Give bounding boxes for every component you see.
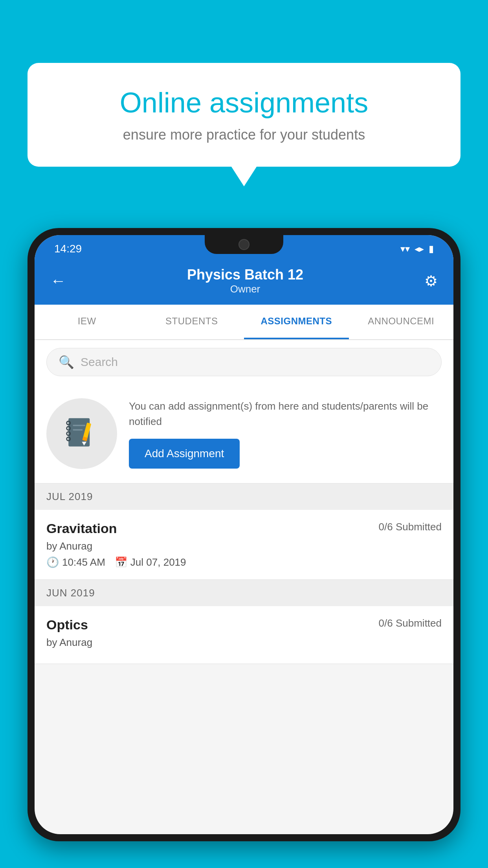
assignment-top: Gravitation 0/6 Submitted — [46, 521, 442, 536]
app-header: ← Physics Batch 12 Owner ⚙ — [35, 259, 453, 305]
section-header-jun2019: JUN 2019 — [35, 580, 453, 606]
phone-container: 14:29 ▾▾ ◂▸ ▮ ← Physics Batch 12 Owner ⚙… — [28, 228, 460, 868]
assignment-name: Gravitation — [46, 521, 117, 536]
tab-assignments[interactable]: ASSIGNMENTS — [244, 305, 349, 339]
assignment-meta: 🕐 10:45 AM 📅 Jul 07, 2019 — [46, 556, 442, 568]
svg-rect-5 — [73, 425, 86, 426]
tab-announcements[interactable]: ANNOUNCEMI — [349, 305, 454, 339]
assignment-submitted: 0/6 Submitted — [379, 521, 442, 533]
header-center: Physics Batch 12 Owner — [187, 267, 303, 295]
phone-outer: 14:29 ▾▾ ◂▸ ▮ ← Physics Batch 12 Owner ⚙… — [28, 228, 460, 841]
status-icons: ▾▾ ◂▸ ▮ — [400, 243, 434, 254]
assignment-by: by Anurag — [46, 540, 442, 552]
phone-screen: 14:29 ▾▾ ◂▸ ▮ ← Physics Batch 12 Owner ⚙… — [35, 235, 453, 834]
add-assignment-button[interactable]: Add Assignment — [129, 439, 240, 469]
time-value: 10:45 AM — [62, 556, 105, 568]
assignment-item-gravitation[interactable]: Gravitation 0/6 Submitted by Anurag 🕐 10… — [35, 510, 453, 580]
phone-notch — [205, 235, 283, 254]
svg-rect-6 — [73, 429, 83, 430]
date-value: Jul 07, 2019 — [130, 556, 186, 568]
promo-text: You can add assignment(s) from here and … — [129, 399, 442, 429]
battery-icon: ▮ — [429, 243, 434, 254]
search-placeholder: Search — [81, 355, 118, 369]
phone-camera — [238, 239, 250, 250]
wifi-icon: ▾▾ — [400, 243, 410, 254]
speech-bubble: Online assignments ensure more practice … — [28, 63, 460, 167]
promo-icon-circle — [46, 398, 117, 469]
settings-icon[interactable]: ⚙ — [424, 272, 438, 290]
search-icon: 🔍 — [59, 355, 74, 370]
status-time: 14:29 — [54, 243, 82, 255]
assignment-promo: You can add assignment(s) from here and … — [35, 384, 453, 484]
search-container: 🔍 Search — [35, 340, 453, 384]
notebook-icon — [64, 416, 99, 451]
tabs-container: IEW STUDENTS ASSIGNMENTS ANNOUNCEMI — [35, 305, 453, 340]
promo-content: You can add assignment(s) from here and … — [129, 399, 442, 469]
assignment-submitted-optics: 0/6 Submitted — [379, 617, 442, 629]
assignment-top-optics: Optics 0/6 Submitted — [46, 617, 442, 633]
clock-icon: 🕐 — [46, 556, 59, 568]
assignment-time: 🕐 10:45 AM — [46, 556, 105, 568]
back-button[interactable]: ← — [50, 272, 66, 290]
assignment-item-optics[interactable]: Optics 0/6 Submitted by Anurag — [35, 606, 453, 664]
calendar-icon: 📅 — [115, 556, 127, 568]
speech-bubble-title: Online assignments — [55, 86, 433, 119]
speech-bubble-subtitle: ensure more practice for your students — [55, 127, 433, 143]
assignment-by-optics: by Anurag — [46, 636, 442, 649]
assignment-date: 📅 Jul 07, 2019 — [115, 556, 186, 568]
header-title: Physics Batch 12 — [187, 267, 303, 283]
assignment-name-optics: Optics — [46, 617, 88, 633]
section-header-jul2019: JUL 2019 — [35, 484, 453, 510]
header-subtitle: Owner — [187, 283, 303, 295]
speech-bubble-container: Online assignments ensure more practice … — [28, 63, 460, 167]
tab-students[interactable]: STUDENTS — [139, 305, 244, 339]
signal-icon: ◂▸ — [415, 243, 424, 254]
search-box[interactable]: 🔍 Search — [46, 348, 442, 376]
tab-iew[interactable]: IEW — [35, 305, 139, 339]
